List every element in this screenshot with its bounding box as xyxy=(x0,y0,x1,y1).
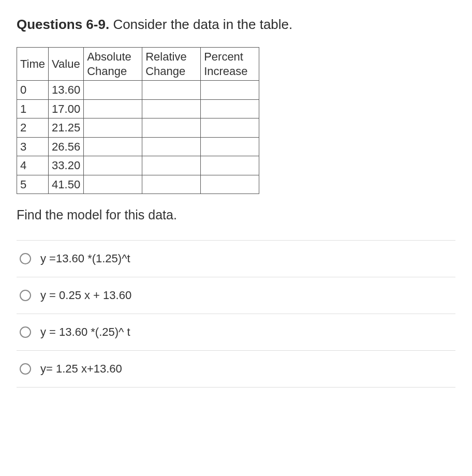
col-relative-change: Relative Change xyxy=(142,48,201,81)
cell-rel xyxy=(142,81,201,100)
cell-time: 4 xyxy=(17,156,49,175)
cell-value: 33.20 xyxy=(49,156,84,175)
heading-bold: Questions 6-9. xyxy=(17,17,109,32)
table-row: 0 13.60 xyxy=(17,81,259,100)
option-label: y= 1.25 x+13.60 xyxy=(40,362,122,376)
option-label: y = 13.60 *(.25)^ t xyxy=(40,325,130,339)
option-4[interactable]: y= 1.25 x+13.60 xyxy=(17,351,455,388)
col-time: Time xyxy=(17,48,49,81)
cell-abs xyxy=(84,118,142,138)
question-heading: Questions 6-9. Consider the data in the … xyxy=(17,17,455,33)
option-3[interactable]: y = 13.60 *(.25)^ t xyxy=(17,314,455,351)
table-row: 4 33.20 xyxy=(17,156,259,175)
radio-icon xyxy=(20,326,31,338)
cell-abs xyxy=(84,156,142,175)
cell-rel xyxy=(142,99,201,118)
cell-time: 0 xyxy=(17,81,49,100)
col-percent-increase: Percent Increase xyxy=(201,48,259,81)
cell-rel xyxy=(142,118,201,138)
cell-value: 17.00 xyxy=(49,99,84,118)
col-absolute-change: Absolute Change xyxy=(84,48,142,81)
option-label: y =13.60 *(1.25)^t xyxy=(40,252,130,265)
cell-time: 3 xyxy=(17,137,49,156)
table-row: 2 21.25 xyxy=(17,118,259,138)
cell-time: 5 xyxy=(17,175,49,194)
cell-value: 13.60 xyxy=(49,81,84,100)
cell-pct xyxy=(201,156,259,175)
cell-rel xyxy=(142,156,201,175)
table-row: 3 26.56 xyxy=(17,137,259,156)
cell-pct xyxy=(201,99,259,118)
option-2[interactable]: y = 0.25 x + 13.60 xyxy=(17,277,455,314)
question-prompt: Find the model for this data. xyxy=(17,207,455,222)
cell-abs xyxy=(84,137,142,156)
col-value: Value xyxy=(49,48,84,81)
cell-value: 21.25 xyxy=(49,118,84,138)
cell-pct xyxy=(201,81,259,100)
table-header-row: Time Value Absolute Change Relative Chan… xyxy=(17,48,259,81)
cell-rel xyxy=(142,137,201,156)
cell-pct xyxy=(201,118,259,138)
cell-pct xyxy=(201,137,259,156)
cell-time: 1 xyxy=(17,99,49,118)
radio-icon xyxy=(20,253,31,264)
option-label: y = 0.25 x + 13.60 xyxy=(40,289,131,302)
radio-icon xyxy=(20,363,31,375)
cell-pct xyxy=(201,175,259,194)
radio-icon xyxy=(20,290,31,301)
cell-abs xyxy=(84,175,142,194)
answer-options: y =13.60 *(1.25)^t y = 0.25 x + 13.60 y … xyxy=(17,240,455,388)
cell-value: 26.56 xyxy=(49,137,84,156)
table-row: 1 17.00 xyxy=(17,99,259,118)
cell-time: 2 xyxy=(17,118,49,138)
cell-abs xyxy=(84,81,142,100)
data-table: Time Value Absolute Change Relative Chan… xyxy=(17,47,259,194)
option-1[interactable]: y =13.60 *(1.25)^t xyxy=(17,241,455,277)
cell-value: 41.50 xyxy=(49,175,84,194)
table-row: 5 41.50 xyxy=(17,175,259,194)
cell-abs xyxy=(84,99,142,118)
cell-rel xyxy=(142,175,201,194)
heading-rest: Consider the data in the table. xyxy=(109,17,292,32)
